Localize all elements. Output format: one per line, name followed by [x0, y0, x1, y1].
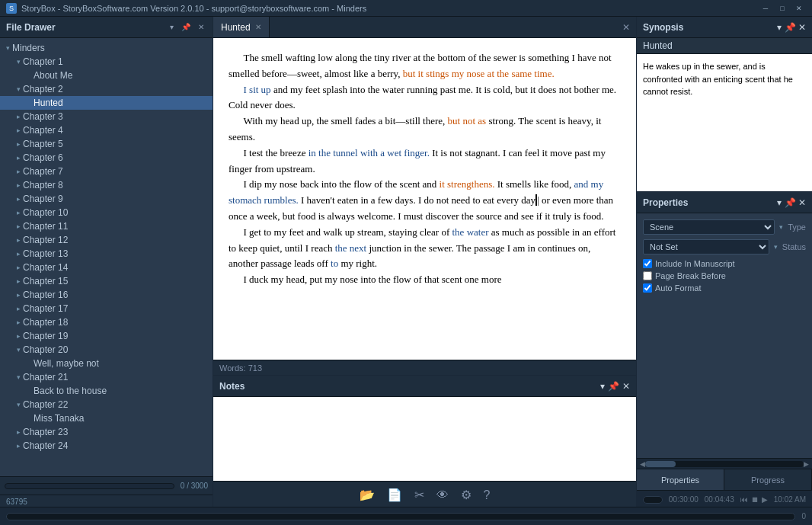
stop-btn[interactable]: ▶	[762, 495, 768, 504]
tab-close-icon[interactable]: ✕	[255, 23, 261, 31]
status-select[interactable]: Not Set	[643, 239, 769, 254]
tree-arrow-ch21: ▾	[14, 373, 23, 382]
tree-label-ch19: Chapter 19	[23, 331, 209, 341]
pause-btn[interactable]: ⏹	[751, 495, 759, 504]
tree-item-miss-tanaka[interactable]: Miss Tanaka	[0, 411, 213, 425]
tree-arrow-ch7: ▸	[14, 167, 23, 176]
file-drawer-arrow-down[interactable]: ▾	[168, 22, 176, 32]
h-scroll-thumb[interactable]	[645, 461, 676, 467]
time-elapsed: 00:30:00	[669, 495, 699, 504]
properties-dropdown[interactable]: ▾	[777, 197, 782, 208]
notes-body[interactable]	[213, 397, 636, 481]
tree-arrow-ch11: ▸	[14, 222, 23, 231]
type-dropdown-arrow[interactable]: ▾	[779, 223, 783, 231]
tree-item-hunted[interactable]: Hunted	[0, 96, 213, 110]
tree-item-ch3[interactable]: ▸Chapter 3	[0, 110, 213, 123]
tree-item-ch15[interactable]: ▸Chapter 15	[0, 274, 213, 288]
scroll-left-btn[interactable]: ◀	[640, 460, 645, 468]
tree-label-ch4: Chapter 4	[23, 125, 209, 136]
tree-item-ch20[interactable]: ▾Chapter 20	[0, 343, 213, 357]
type-select[interactable]: Scene	[643, 219, 775, 235]
gear-icon[interactable]: ⚙	[461, 488, 472, 502]
editor-area[interactable]: The smell wafting low along the tiny riv…	[213, 38, 636, 360]
tree-item-ch16[interactable]: ▸Chapter 16	[0, 288, 213, 302]
tree-item-ch19[interactable]: ▸Chapter 19	[0, 329, 213, 343]
tree-item-ch12[interactable]: ▸Chapter 12	[0, 233, 213, 247]
synopsis-dropdown[interactable]: ▾	[777, 22, 782, 33]
page-break-checkbox[interactable]	[643, 271, 652, 280]
tree-item-ch17[interactable]: ▸Chapter 17	[0, 302, 213, 315]
notes-close[interactable]: ✕	[622, 381, 630, 392]
tree-item-ch7[interactable]: ▸Chapter 7	[0, 165, 213, 178]
tree-item-ch18[interactable]: ▸Chapter 18	[0, 315, 213, 329]
tree-item-ch8[interactable]: ▸Chapter 8	[0, 178, 213, 192]
eye-icon[interactable]: 👁	[436, 488, 449, 502]
status-dropdown-arrow[interactable]: ▾	[774, 243, 778, 251]
properties-tab[interactable]: Properties	[637, 469, 724, 490]
tree-arrow-back-house	[24, 386, 34, 395]
tree-item-well-maybe[interactable]: Well, maybe not	[0, 357, 213, 370]
tab-hunted[interactable]: Hunted ✕	[213, 17, 270, 37]
tree-item-minders[interactable]: ▾Minders	[0, 41, 213, 55]
scissors-icon[interactable]: ✂	[414, 488, 424, 502]
tree-item-ch6[interactable]: ▸Chapter 6	[0, 151, 213, 165]
tree-item-ch13[interactable]: ▸Chapter 13	[0, 247, 213, 261]
synopsis-pin[interactable]: 📌	[785, 22, 796, 33]
synopsis-close[interactable]: ✕	[798, 22, 806, 33]
tree-item-ch14[interactable]: ▸Chapter 14	[0, 261, 213, 274]
close-button[interactable]: ✕	[792, 3, 806, 14]
tree-arrow-ch24: ▸	[14, 441, 23, 450]
properties-close[interactable]: ✕	[798, 197, 806, 208]
tree-label-ch24: Chapter 24	[23, 440, 209, 451]
tree-arrow-ch17: ▸	[14, 304, 23, 313]
play-btn[interactable]: ⏮	[740, 495, 748, 504]
tab-bar-close[interactable]: ✕	[622, 22, 630, 33]
synopsis-title-bar: Hunted	[637, 38, 812, 54]
progress-tab[interactable]: Progress	[724, 469, 812, 490]
title-bar: S StoryBox - StoryBoxSoftware.com Versio…	[0, 0, 812, 17]
synopsis-body[interactable]: He wakes up in the sewer, and is confron…	[637, 54, 812, 191]
tree-label-about-me: About Me	[34, 70, 209, 81]
tree-item-ch1[interactable]: ▾Chapter 1	[0, 55, 213, 69]
editor-para-1: The smell wafting low along the tiny riv…	[229, 50, 621, 82]
tree-arrow-ch3: ▸	[14, 112, 23, 121]
tree-item-ch24[interactable]: ▸Chapter 24	[0, 439, 213, 453]
open-folder-icon[interactable]: 📂	[360, 488, 375, 502]
tree-label-well-maybe: Well, maybe not	[34, 358, 209, 369]
properties-pin[interactable]: 📌	[785, 197, 796, 208]
help-icon[interactable]: ?	[484, 488, 491, 502]
notes-pin[interactable]: 📌	[608, 381, 619, 392]
file-drawer-close[interactable]: ✕	[196, 22, 206, 32]
tree-arrow-ch4: ▸	[14, 126, 23, 135]
tree-arrow-ch13: ▸	[14, 249, 23, 258]
maximize-button[interactable]: □	[775, 3, 789, 14]
tree-item-ch22[interactable]: ▾Chapter 22	[0, 398, 213, 411]
tree-item-ch4[interactable]: ▸Chapter 4	[0, 123, 213, 137]
tree-item-ch2[interactable]: ▾Chapter 2	[0, 82, 213, 96]
editor-para-2: I sit up and my feet splash into the wat…	[229, 82, 621, 114]
word-progress-bar	[5, 483, 174, 489]
new-file-icon[interactable]: 📄	[387, 488, 402, 502]
tree-item-ch10[interactable]: ▸Chapter 10	[0, 206, 213, 219]
editor-para-3: With my head up, the smell fades a bit—s…	[229, 114, 621, 146]
tree-item-ch9[interactable]: ▸Chapter 9	[0, 192, 213, 206]
tree-item-ch23[interactable]: ▸Chapter 23	[0, 425, 213, 439]
tree-item-about-me[interactable]: About Me	[0, 69, 213, 82]
tree-item-ch21[interactable]: ▾Chapter 21	[0, 370, 213, 384]
tree-item-ch5[interactable]: ▸Chapter 5	[0, 137, 213, 151]
include-manuscript-checkbox[interactable]	[643, 259, 652, 268]
tree-item-ch11[interactable]: ▸Chapter 11	[0, 219, 213, 233]
tree-label-hunted: Hunted	[34, 98, 209, 108]
file-drawer-pin[interactable]: 📌	[179, 22, 193, 32]
auto-format-checkbox[interactable]	[643, 283, 652, 293]
tree-item-back-house[interactable]: Back to the house	[0, 384, 213, 398]
notes-dropdown[interactable]: ▾	[600, 381, 605, 392]
tree-label-ch14: Chapter 14	[23, 262, 209, 273]
tree-label-ch22: Chapter 22	[23, 399, 209, 410]
tree-arrow-ch15: ▸	[14, 277, 23, 286]
tab-label: Hunted	[221, 22, 251, 33]
minimize-button[interactable]: ─	[759, 3, 772, 14]
total-words: 63795	[6, 498, 27, 506]
scroll-right-btn[interactable]: ▶	[804, 460, 809, 468]
tree-arrow-well-maybe	[24, 359, 34, 368]
